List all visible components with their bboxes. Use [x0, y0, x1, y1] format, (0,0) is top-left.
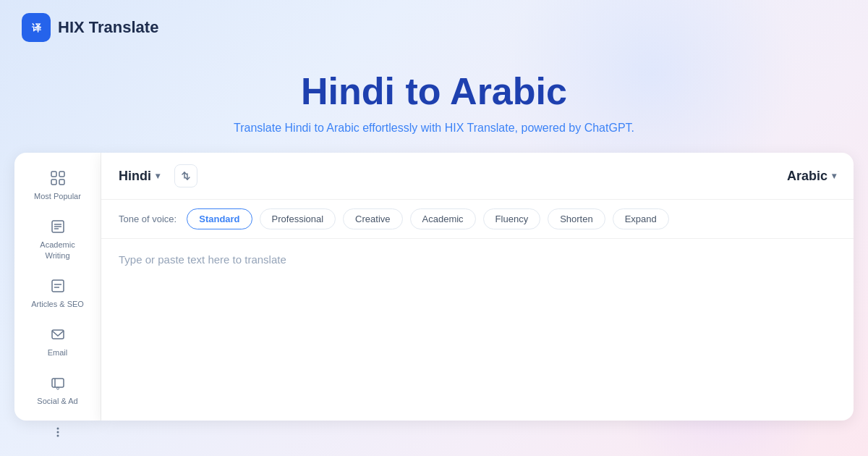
- header: 译 HIX Translate: [0, 0, 868, 55]
- most-popular-icon: [51, 171, 65, 187]
- hero-title: Hindi to Arabic: [0, 69, 868, 113]
- source-language-chevron: ▾: [156, 171, 160, 181]
- sidebar-item-email[interactable]: Email: [25, 320, 90, 365]
- svg-point-17: [56, 427, 59, 429]
- tone-expand-button[interactable]: Expand: [613, 208, 669, 229]
- translator-panel: Hindi ▾ Arabic ▾ Tone of voice: Standard…: [101, 153, 854, 421]
- hero-subtitle: Translate Hindi to Arabic effortlessly w…: [0, 122, 868, 135]
- logo-icon: 译: [22, 13, 51, 42]
- tone-creative-button[interactable]: Creative: [343, 208, 402, 229]
- sidebar-label-social-ad: Social & Ad: [37, 396, 77, 406]
- sidebar-label-most-popular: Most Popular: [34, 191, 81, 201]
- social-ad-icon: [51, 376, 65, 392]
- logo[interactable]: 译 HIX Translate: [22, 13, 158, 42]
- email-icon: [51, 327, 65, 344]
- svg-rect-3: [59, 172, 64, 177]
- sidebar-label-articles-seo: Articles & SEO: [31, 299, 84, 309]
- swap-languages-button[interactable]: [174, 164, 197, 187]
- source-language-selector[interactable]: Hindi ▾: [119, 169, 160, 184]
- main-content: Most Popular Academic Writing: [0, 153, 868, 421]
- svg-point-16: [56, 387, 59, 389]
- logo-text: HIX Translate: [58, 18, 158, 37]
- svg-rect-13: [52, 330, 64, 339]
- sidebar-item-articles-seo[interactable]: Articles & SEO: [25, 271, 90, 316]
- source-language-label: Hindi: [119, 169, 151, 184]
- sidebar: Most Popular Academic Writing: [14, 153, 101, 421]
- academic-writing-icon: [51, 219, 65, 236]
- articles-seo-icon: [51, 279, 65, 295]
- tone-academic-button[interactable]: Academic: [410, 208, 476, 229]
- svg-rect-5: [59, 180, 64, 185]
- language-bar: Hindi ▾ Arabic ▾: [101, 153, 854, 200]
- translate-area: [101, 239, 854, 421]
- translate-input[interactable]: [119, 253, 836, 406]
- hero-section: Hindi to Arabic Translate Hindi to Arabi…: [0, 55, 868, 153]
- tone-fluency-button[interactable]: Fluency: [483, 208, 541, 229]
- tone-shorten-button[interactable]: Shorten: [548, 208, 605, 229]
- svg-rect-10: [52, 280, 64, 292]
- svg-rect-2: [51, 172, 56, 177]
- sidebar-label-academic-writing: Academic Writing: [31, 240, 85, 261]
- sidebar-item-more[interactable]: [25, 418, 90, 449]
- tone-professional-button[interactable]: Professional: [260, 208, 336, 229]
- more-icon: [51, 425, 65, 442]
- tone-label: Tone of voice:: [119, 214, 176, 224]
- tone-standard-button[interactable]: Standard: [187, 208, 252, 229]
- target-language-label: Arabic: [787, 169, 827, 184]
- svg-point-18: [56, 431, 59, 433]
- sidebar-item-social-ad[interactable]: Social & Ad: [25, 368, 90, 413]
- sidebar-item-academic-writing[interactable]: Academic Writing: [25, 212, 90, 268]
- tone-bar: Tone of voice: Standard Professional Cre…: [101, 200, 854, 239]
- target-language-selector[interactable]: Arabic ▾: [787, 169, 836, 184]
- svg-rect-14: [52, 379, 64, 387]
- target-language-chevron: ▾: [832, 171, 836, 181]
- sidebar-item-most-popular[interactable]: Most Popular: [25, 164, 90, 208]
- svg-rect-4: [51, 180, 56, 185]
- svg-point-19: [56, 434, 59, 436]
- svg-text:译: 译: [32, 22, 42, 33]
- sidebar-label-email: Email: [48, 347, 68, 358]
